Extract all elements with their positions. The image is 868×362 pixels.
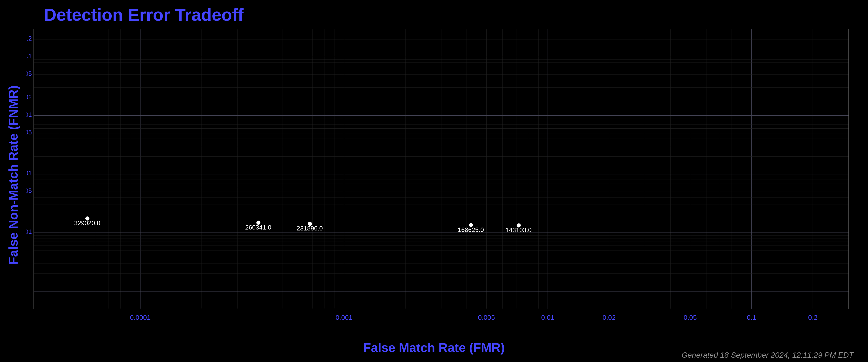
svg-text:329020.0: 329020.0 <box>74 219 100 227</box>
y-axis-label: False Non-Match Rate (FNMR) <box>0 27 27 324</box>
svg-text:260341.0: 260341.0 <box>245 224 271 231</box>
chart-container: Detection Error Tradeoff False Non-Match… <box>0 0 868 362</box>
svg-text:0.0001: 0.0001 <box>130 314 151 321</box>
svg-text:0.01: 0.01 <box>27 111 32 118</box>
svg-text:0.2: 0.2 <box>808 314 817 321</box>
svg-text:0.05: 0.05 <box>684 314 697 321</box>
svg-text:168625.0: 168625.0 <box>458 226 484 233</box>
svg-text:0.001: 0.001 <box>27 169 32 177</box>
svg-text:143103.0: 143103.0 <box>505 226 531 233</box>
svg-text:0.001: 0.001 <box>336 314 352 321</box>
svg-text:0.02: 0.02 <box>27 93 32 101</box>
chart-svg: 0.00010.0010.0050.010.020.050.10.20.20.1… <box>27 27 854 324</box>
svg-text:0.1: 0.1 <box>27 52 32 60</box>
footer-text: Generated 18 September 2024, 12:11:29 PM… <box>682 351 854 360</box>
chart-title: Detection Error Tradeoff <box>44 5 244 25</box>
svg-text:0.0001: 0.0001 <box>27 228 32 235</box>
svg-text:0.005: 0.005 <box>27 129 32 136</box>
svg-text:0.2: 0.2 <box>27 35 32 42</box>
svg-text:0.02: 0.02 <box>602 314 616 321</box>
svg-text:231896.0: 231896.0 <box>297 225 322 232</box>
svg-text:0.0005: 0.0005 <box>27 187 32 194</box>
svg-text:0.005: 0.005 <box>478 314 495 321</box>
svg-text:0.01: 0.01 <box>541 314 555 321</box>
svg-text:0.1: 0.1 <box>747 314 756 321</box>
svg-text:0.05: 0.05 <box>27 70 32 77</box>
svg-rect-0 <box>27 27 854 324</box>
